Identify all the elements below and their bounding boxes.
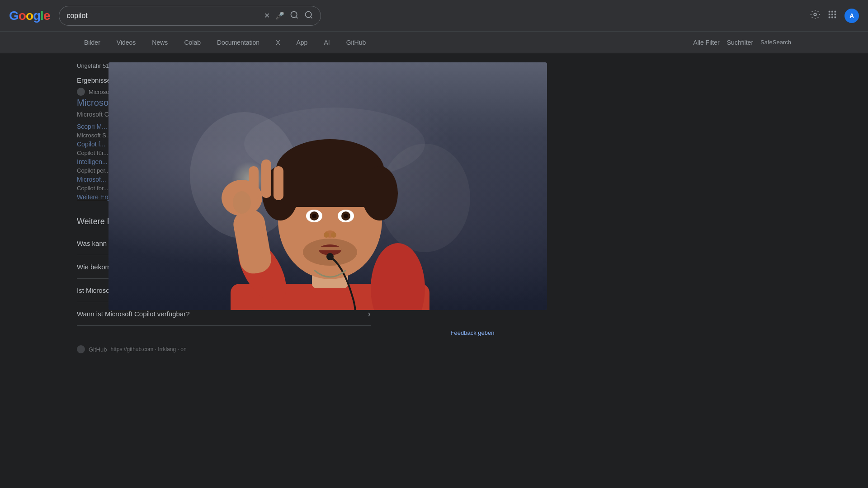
suchfilter-button[interactable]: Suchfilter [727,39,753,46]
svg-point-28 [344,214,348,218]
svg-point-25 [312,214,316,218]
person-in-video [108,62,547,310]
svg-rect-22 [276,171,384,207]
svg-point-42 [326,253,334,260]
feedback-button[interactable]: Feedback geben [77,329,868,336]
github-url: https://github.com · Irrklang · on [110,346,186,352]
svg-point-41 [233,191,251,214]
logo-letter-g2: g [33,9,40,23]
svg-rect-4 [831,11,833,13]
tab-app[interactable]: App [289,35,315,50]
tab-x[interactable]: X [269,35,287,50]
search-input[interactable]: copilot [66,12,260,20]
tab-bilder[interactable]: Bilder [77,35,108,50]
search-submit-icon[interactable] [304,10,313,21]
github-result: GitHub https://github.com · Irrklang · o… [77,345,868,353]
svg-point-30 [324,232,329,238]
svg-point-43 [371,243,425,310]
nav-tabs: Bilder Videos News Colab Documentation X… [0,32,868,53]
svg-rect-6 [829,14,830,15]
svg-rect-38 [249,166,259,200]
tab-videos[interactable]: Videos [109,35,143,50]
weitere-item-label-4: Wann ist Microsoft Copilot verfügbar? [77,310,190,318]
svg-rect-10 [831,17,833,19]
google-logo[interactable]: Google [9,9,50,23]
svg-point-0 [291,11,297,17]
github-source: GitHub https://github.com · Irrklang · o… [77,345,868,353]
logo-letter-g: G [9,9,19,23]
svg-rect-39 [261,160,271,198]
logo-letter-o2: o [26,9,33,23]
apps-icon[interactable] [827,9,837,22]
svg-point-31 [331,232,336,238]
tab-ai[interactable]: AI [316,35,337,50]
avatar[interactable]: A [844,9,859,23]
svg-rect-3 [829,11,830,13]
svg-point-2 [814,13,816,16]
svg-rect-40 [274,166,283,200]
clear-search-icon[interactable]: ✕ [264,11,270,20]
tab-github[interactable]: GitHub [339,35,373,50]
svg-rect-7 [831,14,833,15]
logo-letter-o1: o [19,9,26,23]
svg-rect-11 [835,17,836,19]
svg-rect-9 [829,17,830,19]
chevron-down-icon-4: › [368,309,371,319]
video-overlay[interactable] [108,62,547,310]
mic-icon[interactable]: 🎤 [275,11,284,20]
nav-right-tools: Alle Filter Suchfilter SafeSearch [693,39,791,46]
github-favicon [77,345,85,353]
search-bar[interactable]: copilot ✕ 🎤 [59,6,321,26]
tab-documentation[interactable]: Documentation [210,35,267,50]
alle-filter-button[interactable]: Alle Filter [693,39,719,46]
header: Google copilot ✕ 🎤 [0,0,868,32]
svg-rect-8 [835,14,836,15]
svg-point-1 [306,11,311,17]
tab-news[interactable]: News [145,35,175,50]
logo-letter-l: l [40,9,43,23]
settings-icon[interactable] [810,9,820,22]
video-content [108,62,547,310]
lens-icon[interactable] [290,10,299,21]
svg-rect-5 [835,11,836,13]
result-favicon [77,88,85,96]
github-domain: GitHub [89,346,107,353]
safesearch-label[interactable]: SafeSearch [760,39,791,46]
logo-letter-e: e [43,9,50,23]
header-right: A [810,9,859,23]
tab-colab[interactable]: Colab [177,35,208,50]
search-bar-icons: ✕ 🎤 [264,10,313,21]
svg-point-34 [303,239,357,266]
